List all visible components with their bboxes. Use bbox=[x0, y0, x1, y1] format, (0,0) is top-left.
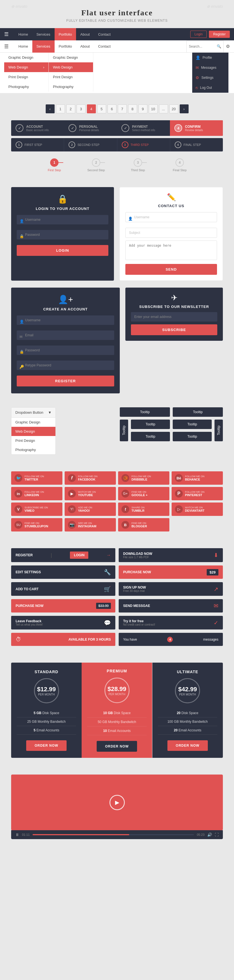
youtube-button[interactable]: ▶ WATCH ME ON YOUTUBE bbox=[65, 487, 116, 500]
play-button[interactable]: ▶ bbox=[110, 795, 125, 810]
register-confirm-input[interactable] bbox=[17, 361, 114, 370]
page-5-btn[interactable]: 5 bbox=[97, 104, 106, 113]
login-button-nav[interactable]: Login bbox=[190, 30, 207, 38]
wizard2-step-4[interactable]: 4 FINAL STEP bbox=[170, 138, 223, 151]
register-login-btn[interactable]: REGISTER | LOGIN → bbox=[11, 548, 115, 562]
dd-photography[interactable]: Photography bbox=[11, 445, 56, 454]
wizard3-step-2[interactable]: 2 Second Step bbox=[75, 158, 117, 172]
page-7-btn[interactable]: 7 bbox=[118, 104, 127, 113]
wizard1-step-3[interactable]: ✓ PAYMENT Select method info bbox=[117, 120, 170, 136]
tooltip-side-right[interactable]: Tooltip bbox=[215, 420, 223, 441]
wizard1-step-4[interactable]: 4 CONFIRM Review details bbox=[170, 120, 223, 136]
dd-item-web-design-1[interactable]: Web Design › bbox=[4, 62, 48, 72]
purchase-33-btn[interactable]: PURCHASE NOW $33.99 bbox=[11, 599, 115, 612]
wizard3-step-4[interactable]: 4 Final Step bbox=[159, 158, 201, 172]
messages-item[interactable]: ✉Messages bbox=[192, 63, 228, 73]
dd-item-photography-1[interactable]: Photography bbox=[4, 82, 48, 92]
page-4-btn[interactable]: 4 bbox=[87, 104, 96, 113]
tooltip-2[interactable]: Tooltip bbox=[173, 407, 223, 417]
signup-btn[interactable]: SIGN UP NOW Free 30 days trial ↗ bbox=[119, 582, 223, 596]
wizard1-step-2[interactable]: ✓ PERSONAL Personal details bbox=[64, 120, 117, 136]
search-input[interactable] bbox=[189, 45, 217, 48]
premium-order-button[interactable]: ORDER NOW bbox=[97, 741, 137, 752]
logout-item[interactable]: ⎋Log Out bbox=[192, 83, 228, 93]
tooltip-5[interactable]: Tooltip bbox=[131, 432, 170, 441]
dribbble-button[interactable]: 🏀 FOLLOW ME ON DRIBBBLE bbox=[118, 471, 169, 485]
dd-item-photography-2[interactable]: Photography bbox=[49, 82, 93, 92]
prev-page-btn[interactable]: ‹ bbox=[46, 104, 55, 113]
vimeo-button[interactable]: V SUBSCRIBE ME ON VIMEO bbox=[11, 503, 62, 516]
dd-item-graphic-design-1[interactable]: Graphic Design bbox=[4, 52, 48, 62]
edit-settings-btn[interactable]: EDIT SETTINGS 🔧 bbox=[11, 565, 115, 579]
wizard2-step-3[interactable]: 3 THIRD STEP bbox=[117, 138, 170, 151]
volume-icon[interactable]: 🔊 bbox=[207, 832, 212, 837]
page-10-btn[interactable]: 10 bbox=[149, 104, 158, 113]
pinterest-button[interactable]: P FOLLOW ME ON PINTEREST bbox=[172, 487, 223, 500]
register-username-input[interactable] bbox=[17, 315, 114, 325]
newsletter-subscribe-button[interactable]: SUBSCRIBE bbox=[131, 325, 217, 335]
stumbleupon-button[interactable]: SU FIND ME ON STUMBLEUPON bbox=[11, 518, 62, 531]
page-1-btn[interactable]: 1 bbox=[56, 104, 65, 113]
wizard1-step-1[interactable]: ✓ ACCOUNT Basic account info bbox=[11, 120, 64, 136]
nav-contact-dark[interactable]: Contact bbox=[94, 28, 115, 40]
pause-button[interactable]: ⏸ bbox=[15, 832, 19, 837]
add-cart-btn[interactable]: ADD TO CART 🛒 bbox=[11, 582, 115, 596]
video-progress-bar[interactable] bbox=[33, 834, 194, 835]
nav-home-light[interactable]: Home bbox=[14, 40, 32, 52]
register-button-nav[interactable]: Register bbox=[209, 30, 230, 38]
dd-item-web-design-2[interactable]: Web Design bbox=[49, 62, 93, 72]
wizard2-step-1[interactable]: 1 FIRST STEP bbox=[11, 138, 64, 151]
tooltip-4[interactable]: Tooltip bbox=[173, 420, 212, 429]
login-username-input[interactable] bbox=[17, 215, 108, 224]
hamburger-menu-dark[interactable]: ☰ bbox=[4, 31, 9, 37]
settings-item[interactable]: ⚙Settings bbox=[192, 73, 228, 83]
try-free-btn[interactable]: Try it for free No credit card or contra… bbox=[119, 616, 223, 630]
contact-username-input[interactable] bbox=[125, 212, 217, 222]
yahoo-button[interactable]: Y! ADD ME ON YAHOO! bbox=[65, 503, 116, 516]
standard-order-button[interactable]: ORDER NOW bbox=[26, 740, 67, 751]
next-page-btn[interactable]: › bbox=[180, 104, 189, 113]
linkedin-button[interactable]: in FOLLOW ME ON LINKEDIN bbox=[11, 487, 62, 500]
nav-portfolio-dark[interactable]: Portfolio bbox=[55, 28, 76, 40]
nav-about-light[interactable]: About bbox=[76, 40, 94, 52]
nav-home-dark[interactable]: Home bbox=[14, 28, 32, 40]
messages-count-btn[interactable]: You have 4 messages bbox=[119, 633, 223, 646]
hamburger-menu-light[interactable]: ☰ bbox=[4, 43, 9, 49]
newsletter-email-input[interactable] bbox=[131, 312, 217, 321]
wizard3-step-1[interactable]: 1 First Step bbox=[33, 158, 75, 172]
ultimate-order-button[interactable]: ORDER NOW bbox=[167, 740, 208, 751]
contact-subject-input[interactable] bbox=[125, 228, 217, 238]
tumblr-button[interactable]: t SHARE ON TUMBLR bbox=[118, 503, 169, 516]
tooltip-1[interactable]: Tooltip bbox=[120, 407, 170, 417]
twitter-button[interactable]: 🐦 FOLLOW ME ON TWITTER bbox=[11, 471, 62, 485]
dd-item-graphic-design-2[interactable]: Graphic Design bbox=[49, 52, 93, 62]
facebook-button[interactable]: f FOLLOW ME ON FACEBOOK bbox=[65, 471, 116, 485]
google-button[interactable]: G+ FIND ME ON GOOGLE + bbox=[118, 487, 169, 500]
register-submit-button[interactable]: REGISTER bbox=[17, 375, 114, 387]
available-btn[interactable]: ⏱ AVAILABLE FOR 3 HOURS bbox=[11, 633, 115, 646]
page-6-btn[interactable]: 6 bbox=[108, 104, 116, 113]
dd-web-design[interactable]: Web Design bbox=[11, 427, 56, 436]
dd-item-print-design-2[interactable]: Print Design bbox=[49, 72, 93, 82]
fullscreen-icon[interactable]: ⛶ bbox=[215, 832, 219, 837]
wizard3-step-3[interactable]: 3 Third Step bbox=[117, 158, 159, 172]
tooltip-side-left[interactable]: Tooltip bbox=[120, 420, 128, 441]
blogger-button[interactable]: B FIND ME ON BLOGGER bbox=[118, 518, 169, 531]
dropdown-trigger[interactable]: Dropdown Button ▼ bbox=[11, 407, 56, 418]
wizard2-step-2[interactable]: 2 SECOND STEP bbox=[64, 138, 117, 151]
tooltip-3[interactable]: Tooltip bbox=[131, 420, 170, 429]
dd-print-design[interactable]: Print Design bbox=[11, 436, 56, 445]
dd-graphic-design[interactable]: Graphic Design bbox=[11, 418, 56, 427]
page-3-btn[interactable]: 3 bbox=[76, 104, 86, 113]
register-password-input[interactable] bbox=[17, 345, 114, 355]
register-email-input[interactable] bbox=[17, 331, 114, 340]
behance-button[interactable]: Bē FOLLOW ME ON BEHANCE bbox=[172, 471, 223, 485]
contact-message-input[interactable] bbox=[125, 240, 217, 260]
nav-portfolio-light[interactable]: Portfolio bbox=[55, 40, 76, 52]
instagram-button[interactable]: 📷 SEE ME ON INSTAGRAM bbox=[65, 518, 116, 531]
contact-send-button[interactable]: SEND bbox=[125, 264, 217, 275]
send-message-btn[interactable]: SEND MESSGAE ✉ bbox=[119, 599, 223, 612]
page-8-btn[interactable]: 8 bbox=[128, 104, 137, 113]
nav-services-dark[interactable]: Services bbox=[32, 28, 55, 40]
page-9-btn[interactable]: 9 bbox=[138, 104, 147, 113]
